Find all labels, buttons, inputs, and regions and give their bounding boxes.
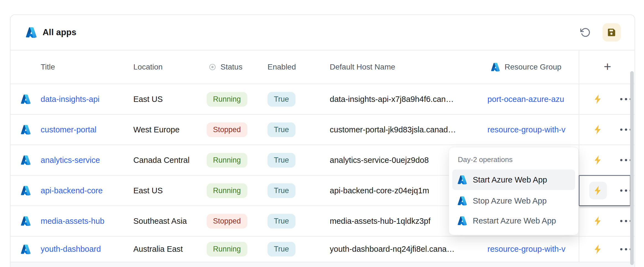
resource-group-column-label: Resource Group	[505, 63, 561, 71]
quick-action-bolt-button[interactable]	[589, 121, 607, 138]
status-badge: Running	[207, 242, 247, 256]
table-row: data-insights-api East US Running True d…	[11, 84, 635, 115]
status-badge: Stopped	[207, 214, 247, 229]
azure-app-icon	[20, 244, 31, 255]
column-status[interactable]: Status	[207, 63, 268, 71]
enabled-badge: True	[268, 183, 295, 198]
azure-app-icon	[20, 124, 31, 135]
page-title: All apps	[43, 27, 76, 37]
azure-app-icon	[20, 185, 31, 196]
menu-item-label: Stop Azure Web App	[473, 196, 547, 206]
quick-action-bolt-button[interactable]	[589, 182, 607, 199]
plus-icon: +	[604, 60, 611, 73]
undo-button[interactable]	[579, 26, 591, 38]
row-actions-cell	[579, 176, 636, 206]
add-column-button[interactable]: +	[579, 50, 636, 84]
row-actions-cell	[579, 115, 636, 145]
quick-action-bolt-button[interactable]	[589, 151, 607, 169]
app-title-link[interactable]: media-assets-hub	[41, 217, 105, 225]
app-title-link[interactable]: data-insights-api	[41, 95, 100, 104]
location-cell: East US	[133, 95, 207, 104]
row-actions-cell	[579, 237, 636, 262]
status-badge: Running	[207, 183, 247, 198]
all-apps-card: All apps Title Location	[10, 14, 635, 267]
table-header-row: Title Location Status Enabled Default Ho…	[11, 50, 635, 84]
location-cell: Canada Central	[133, 156, 207, 165]
row-actions-cell	[579, 84, 636, 114]
status-badge: Running	[207, 153, 247, 168]
lightning-bolt-icon	[593, 185, 604, 196]
lightning-bolt-icon	[593, 124, 604, 135]
undo-arrow-icon	[580, 27, 591, 38]
app-title-link[interactable]: customer-portal	[41, 125, 96, 134]
menu-item-label: Start Azure Web App	[473, 175, 547, 184]
location-cell: East US	[133, 186, 207, 195]
row-actions-cell	[579, 206, 636, 236]
quick-action-bolt-button[interactable]	[589, 240, 607, 258]
radio-dot-icon	[209, 63, 216, 71]
save-button[interactable]	[603, 23, 621, 42]
azure-app-icon	[20, 216, 31, 226]
menu-item-start-azure-web-app[interactable]: Start Azure Web App	[452, 170, 575, 190]
enabled-badge: True	[268, 214, 295, 229]
azure-icon	[457, 175, 467, 185]
column-enabled[interactable]: Enabled	[268, 63, 330, 71]
lightning-bolt-icon	[593, 244, 604, 255]
column-host[interactable]: Default Host Name	[330, 63, 487, 71]
quick-action-bolt-button[interactable]	[589, 212, 607, 230]
app-title-link[interactable]: youth-dashboard	[41, 245, 101, 253]
status-column-label: Status	[220, 63, 242, 71]
location-cell: Australia East	[133, 245, 207, 254]
host-name-cell: data-insights-api-x7j8a9h4f6.can…	[330, 95, 487, 104]
enabled-badge: True	[268, 242, 295, 256]
menu-header: Day-2 operations	[452, 150, 575, 168]
enabled-badge: True	[268, 92, 295, 107]
enabled-badge: True	[268, 122, 295, 137]
table-row: customer-portal West Europe Stopped True…	[11, 115, 635, 145]
row-actions-cell	[579, 145, 636, 175]
lightning-bolt-icon	[593, 155, 604, 166]
floppy-disk-icon	[607, 28, 616, 37]
column-location[interactable]: Location	[133, 63, 207, 71]
bottom-strip	[11, 262, 635, 267]
status-badge: Running	[207, 92, 247, 107]
column-title[interactable]: Title	[41, 63, 133, 71]
azure-logo-icon	[25, 27, 37, 38]
card-header: All apps	[11, 15, 635, 50]
header-actions	[579, 23, 621, 42]
enabled-badge: True	[268, 153, 295, 168]
host-name-cell: customer-portal-jk9d83jsla.canad…	[330, 125, 487, 134]
host-name-cell: youth-dashboard-nq24jfi8el.cana…	[330, 245, 487, 254]
azure-app-icon	[20, 94, 31, 104]
lightning-bolt-icon	[593, 215, 604, 227]
azure-icon	[457, 216, 467, 226]
resource-group-link[interactable]: port-ocean-azure-azu	[487, 95, 564, 104]
vertical-scrollbar[interactable]	[630, 71, 634, 265]
menu-item-stop-azure-web-app[interactable]: Stop Azure Web App	[452, 192, 575, 210]
column-resource-group[interactable]: Resource Group	[487, 62, 579, 72]
menu-item-restart-azure-web-app[interactable]: Restart Azure Web App	[452, 212, 575, 230]
status-badge: Stopped	[207, 122, 247, 137]
table-row: youth-dashboard Australia East Running T…	[11, 237, 635, 262]
location-cell: Southeast Asia	[133, 217, 207, 226]
location-cell: West Europe	[133, 125, 207, 134]
lightning-bolt-icon	[593, 94, 604, 105]
resource-group-link[interactable]: resource-group-with-v	[487, 245, 565, 253]
app-title-link[interactable]: api-backend-core	[41, 186, 103, 195]
day2-operations-menu: Day-2 operations Start Azure Web App Sto…	[449, 147, 579, 235]
azure-icon	[491, 62, 500, 72]
app-title-link[interactable]: analytics-service	[41, 156, 100, 165]
menu-item-label: Restart Azure Web App	[473, 216, 556, 225]
resource-group-link[interactable]: resource-group-with-v	[487, 125, 565, 134]
azure-app-icon	[20, 155, 31, 165]
azure-icon	[457, 196, 467, 206]
quick-action-bolt-button[interactable]	[589, 90, 607, 108]
